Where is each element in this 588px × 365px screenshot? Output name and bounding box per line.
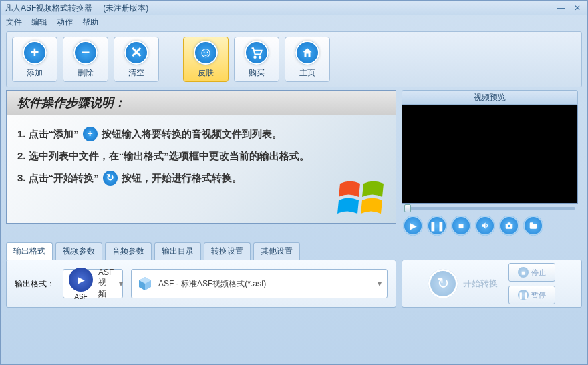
windows-logo-icon xyxy=(337,173,390,220)
plus-mini-icon: + xyxy=(83,127,98,141)
remove-button[interactable]: − 删除 xyxy=(63,37,108,82)
format-type-dropdown[interactable]: ▶ ASF ASF视频 ▾ xyxy=(63,269,123,298)
asf-text: ASF视频 xyxy=(98,268,114,300)
play-button[interactable]: ▶ xyxy=(403,216,423,236)
action-panel: ↻ 开始转换 ■ 停止 ❚❚ 暂停 xyxy=(402,260,582,308)
plus-icon: + xyxy=(23,41,47,65)
menu-help[interactable]: 帮助 xyxy=(82,17,98,28)
menu-action[interactable]: 动作 xyxy=(57,17,73,28)
pause-button[interactable]: ❚❚ xyxy=(427,216,447,236)
tab-video-params[interactable]: 视频参数 xyxy=(55,242,102,260)
remove-label: 删除 xyxy=(78,67,94,79)
output-format-panel: 输出格式： ▶ ASF ASF视频 ▾ ASF - 标准ASF视频格式(*.as… xyxy=(6,260,396,308)
refresh-icon: ↻ xyxy=(428,269,458,298)
slider-thumb[interactable] xyxy=(404,204,411,212)
instructions-panel: 软件操作步骤说明： 1. 点击“添加” + 按钮输入将要转换的音视频文件到列表。… xyxy=(6,90,396,224)
tab-convert-settings[interactable]: 转换设置 xyxy=(204,242,251,260)
add-label: 添加 xyxy=(27,67,43,79)
chevron-down-icon: ▾ xyxy=(119,279,123,288)
svg-point-0 xyxy=(254,56,256,58)
minimize-button[interactable]: — xyxy=(555,3,567,13)
app-title-suffix: (未注册版本) xyxy=(103,3,148,14)
tab-audio-params[interactable]: 音频参数 xyxy=(105,242,152,260)
tab-other-settings[interactable]: 其他设置 xyxy=(253,242,300,260)
format-full-text: ASF - 标准ASF视频格式(*.asf) xyxy=(158,278,266,290)
instruction-step-2: 2. 选中列表中文件，在“输出格式”选项框中更改当前的输出格式。 xyxy=(17,145,385,167)
tabs: 输出格式 视频参数 音频参数 输出目录 转换设置 其他设置 xyxy=(1,238,587,260)
close-button[interactable]: ✕ xyxy=(571,3,583,13)
cube-icon xyxy=(137,276,153,292)
output-format-label: 输出格式： xyxy=(15,278,55,290)
svg-point-1 xyxy=(259,56,261,58)
refresh-mini-icon: ↻ xyxy=(103,171,118,186)
menu-file[interactable]: 文件 xyxy=(6,17,22,28)
svg-point-3 xyxy=(508,225,510,228)
start-convert-button[interactable]: ↻ 开始转换 xyxy=(428,269,498,298)
home-icon xyxy=(295,41,319,65)
chevron-down-icon: ▾ xyxy=(378,279,382,288)
preview-controls: ▶ ❚❚ ■ xyxy=(402,213,578,238)
stop-convert-button[interactable]: ■ 停止 xyxy=(508,263,555,282)
tab-output-dir[interactable]: 输出目录 xyxy=(154,242,201,260)
svg-rect-4 xyxy=(508,222,511,224)
menu-edit[interactable]: 编辑 xyxy=(31,17,47,28)
preview-slider[interactable] xyxy=(402,204,578,213)
asf-badge-label: ASF xyxy=(74,293,87,300)
stop-button[interactable]: ■ xyxy=(451,216,471,236)
start-label: 开始转换 xyxy=(463,278,498,290)
clear-button[interactable]: ✕ 清空 xyxy=(114,37,159,82)
home-label: 主页 xyxy=(299,67,315,79)
x-icon: ✕ xyxy=(124,41,148,65)
snapshot-button[interactable] xyxy=(499,216,519,236)
tab-output-format[interactable]: 输出格式 xyxy=(6,242,53,260)
buy-button[interactable]: 购买 xyxy=(234,37,279,82)
preview-title: 视频预览 xyxy=(402,90,578,105)
app-title: 凡人ASF视频格式转换器 xyxy=(5,3,92,14)
stop-label: 停止 xyxy=(531,268,546,278)
stop-icon: ■ xyxy=(518,267,529,278)
instruction-step-1: 1. 点击“添加” + 按钮输入将要转换的音视频文件到列表。 xyxy=(17,123,385,145)
minus-icon: − xyxy=(74,41,98,65)
volume-button[interactable] xyxy=(475,216,495,236)
skin-label: 皮肤 xyxy=(198,67,214,79)
skin-button[interactable]: ☺ 皮肤 xyxy=(183,37,229,82)
add-button[interactable]: + 添加 xyxy=(12,37,57,82)
format-preset-dropdown[interactable]: ASF - 标准ASF视频格式(*.asf) ▾ xyxy=(131,269,388,298)
preview-screen xyxy=(402,105,578,204)
smile-icon: ☺ xyxy=(194,41,218,65)
instructions-title: 软件操作步骤说明： xyxy=(7,91,396,115)
toolbar: + 添加 − 删除 ✕ 清空 ☺ 皮肤 购买 主页 xyxy=(6,31,582,87)
pause-convert-button[interactable]: ❚❚ 暂停 xyxy=(508,286,555,304)
cart-icon xyxy=(245,41,269,65)
clear-label: 清空 xyxy=(128,67,144,79)
home-button[interactable]: 主页 xyxy=(285,37,330,82)
title-bar: 凡人ASF视频格式转换器 (未注册版本) — ✕ xyxy=(1,1,587,15)
instruction-step-3: 3. 点击“开始转换” ↻ 按钮，开始进行格式转换。 xyxy=(17,167,385,189)
menu-bar: 文件 编辑 动作 帮助 xyxy=(1,15,587,29)
buy-label: 购买 xyxy=(249,67,265,79)
asf-play-icon: ▶ xyxy=(69,268,93,292)
pause-icon: ❚❚ xyxy=(518,290,529,300)
preview-panel: 视频预览 ▶ ❚❚ ■ xyxy=(402,90,578,238)
app-window: 凡人ASF视频格式转换器 (未注册版本) — ✕ 文件 编辑 动作 帮助 + 添… xyxy=(0,0,588,365)
pause-label: 暂停 xyxy=(531,290,546,300)
open-folder-button[interactable] xyxy=(523,216,543,236)
